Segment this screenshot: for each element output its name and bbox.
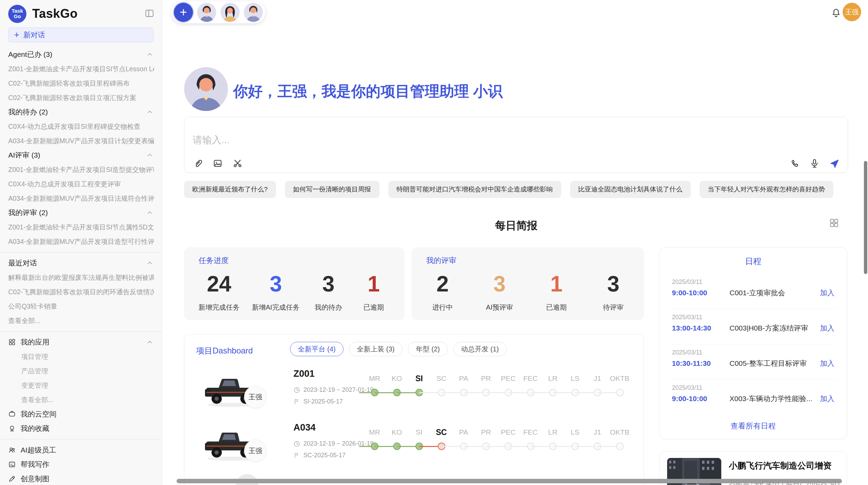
attach-toolbar — [193, 158, 243, 169]
horizontal-scrollbar[interactable] — [177, 479, 842, 483]
notifications-bell-icon[interactable] — [831, 8, 841, 18]
sidebar-item-writing[interactable]: 帮我写作 — [8, 457, 154, 472]
scissors-icon[interactable] — [232, 158, 243, 169]
sidebar-task-item[interactable]: Z001-全新燃油皮卡产品开发项目SI节点Lesson Learn报告 — [8, 62, 154, 76]
suggestion-chip[interactable]: 比亚迪全固态电池计划具体说了什么 — [570, 181, 691, 198]
image-icon[interactable] — [213, 158, 223, 169]
sidebar-task-item[interactable]: A034-全新新能源MUV产品开发项目计划变更表编写 — [8, 134, 154, 148]
schedule-join-link[interactable]: 加入 — [820, 394, 834, 403]
agent-avatar-1[interactable] — [197, 3, 216, 22]
stat: 3 新增AI完成任务 — [252, 272, 300, 312]
milestone-label: PR — [475, 426, 497, 439]
view-all-schedule-link[interactable]: 查看所有日程 — [660, 421, 847, 431]
layout-grid-icon[interactable] — [829, 218, 839, 228]
sidebar-section-header[interactable]: 我的待办 (2) — [8, 105, 154, 119]
sidebar-task-item[interactable]: Z001-全新燃油轻卡产品开发项目SI造型提交物评审 — [8, 162, 154, 177]
milestone-label: OKTB — [608, 426, 631, 439]
stat: 1 已逾期 — [357, 272, 390, 312]
divider — [0, 331, 162, 332]
sidebar-item-ai-staff[interactable]: AI超级员工 — [8, 443, 154, 457]
milestone-label: SC — [430, 426, 453, 439]
recent-chat-item[interactable]: 解释最新出台的欧盟报废车法规再生塑料比例被调到15%... — [8, 270, 154, 285]
paperclip-icon[interactable] — [193, 158, 203, 169]
project-code[interactable]: A034 — [293, 422, 316, 433]
sidebar-section-header[interactable]: AI评审 (3) — [8, 148, 154, 162]
dashboard-filter-tab[interactable]: 全新平台 (4) — [290, 342, 343, 356]
sidebar-section-header[interactable]: 我的评审 (2) — [8, 206, 154, 220]
schedule-join-link[interactable]: 加入 — [820, 323, 834, 333]
sidebar-section-header[interactable]: Agent已办 (3) — [8, 47, 154, 62]
microphone-icon[interactable] — [809, 158, 820, 169]
add-agent-button[interactable]: + — [174, 3, 193, 22]
suggestion-chip[interactable]: 当下年轻人对汽车外观有怎样的喜好趋势 — [700, 181, 833, 198]
favorites-icon — [8, 425, 16, 432]
stat-card-title: 我的评审 — [426, 256, 630, 266]
recent-chats-header[interactable]: 最近对话 — [8, 256, 154, 270]
sidebar-item-drawing[interactable]: 创意制图 — [8, 472, 154, 485]
schedule-date: 2025/03/11 — [672, 278, 702, 286]
project-flag-text: SI-2025-05-17 — [303, 398, 343, 405]
apps-grid-icon — [8, 338, 16, 346]
milestone: FEC — [519, 372, 542, 400]
recent-chats-title: 最近对话 — [8, 258, 37, 268]
project-row[interactable]: 王强 A034 2023-12-19 ~ 2026-01-19 SC-2025-… — [195, 420, 632, 474]
sidebar-item-favorites[interactable]: 我的收藏 — [8, 421, 154, 436]
vertical-scrollbar[interactable] — [864, 161, 867, 274]
project-code[interactable]: Z001 — [293, 369, 315, 379]
sidebar-task-item[interactable]: A034-全新新能源MUV产品开发项目造型可行性评审 — [8, 234, 154, 249]
collapse-sidebar-icon[interactable] — [144, 8, 155, 18]
recent-chat-item[interactable]: C02-飞腾新能源轻客改款项目的闭环通告反馈情况 — [8, 285, 154, 299]
project-flag-text: SC-2025-05-17 — [303, 452, 346, 459]
sidebar-item-cloud-space[interactable]: 我的云空间 — [8, 407, 154, 421]
send-icon[interactable] — [829, 158, 840, 169]
milestone-dot[interactable] — [616, 443, 624, 450]
stat-label: 进行中 — [426, 303, 459, 312]
milestone: LR — [542, 372, 564, 400]
milestone: FEC — [519, 426, 542, 454]
phone-icon[interactable] — [789, 158, 800, 169]
chat-input[interactable] — [192, 134, 672, 146]
app-item[interactable]: 产品管理 — [8, 364, 154, 378]
agent-avatar-2[interactable] — [220, 3, 240, 22]
sidebar-task-item[interactable]: C0X4-动力总成开发项目SI里程碑提交物检查 — [8, 119, 154, 134]
chevron-up-icon — [146, 51, 154, 58]
stat: 24 新增完成任务 — [198, 272, 240, 312]
app-item[interactable]: 变更管理 — [8, 378, 154, 393]
stat-card-title: 任务进度 — [198, 256, 390, 266]
suggestion-chip[interactable]: 如何写一份清晰的项目周报 — [285, 181, 379, 198]
milestone: PEC — [497, 426, 519, 454]
recent-view-all[interactable]: 查看全部... — [8, 313, 154, 328]
sidebar-item-my-apps[interactable]: 我的应用 — [8, 335, 154, 349]
sidebar-task-item[interactable]: C02-飞腾新能源轻客改款项目立项汇报方案 — [8, 90, 154, 105]
stat-value: 24 — [198, 272, 240, 296]
suggestion-chip[interactable]: 特朗普可能对进口汽车增税会对中国车企造成哪些影响 — [388, 181, 561, 198]
sidebar-task-item[interactable]: C02-飞腾新能源轻客改款项目里程碑画布 — [8, 76, 154, 90]
writing-icon — [8, 461, 16, 468]
milestone-label: SI — [408, 426, 430, 439]
sidebar-task-item[interactable]: Z001-全新燃油轻卡产品开发项目SI节点属性5D文件评审 — [8, 220, 154, 234]
ai-staff-icon — [8, 446, 16, 454]
milestone-track: MR KO SI SC PA PR — [363, 426, 631, 454]
milestone: J1 — [586, 426, 608, 454]
stat-value: 1 — [357, 272, 390, 296]
app-item[interactable]: 查看全部... — [8, 393, 154, 407]
dashboard-filter-tab[interactable]: 动总开发 (1) — [453, 342, 507, 356]
sidebar-task-item[interactable]: C0X4-动力总成开发项目工程变更评审 — [8, 177, 154, 191]
new-chat-button[interactable]: + 新对话 — [8, 27, 154, 42]
schedule-join-link[interactable]: 加入 — [820, 288, 834, 298]
dashboard-filter-tab[interactable]: 全新上装 (3) — [349, 342, 402, 356]
schedule-join-link[interactable]: 加入 — [820, 359, 834, 368]
dashboard-filter-tab[interactable]: 年型 (2) — [408, 342, 448, 356]
recent-chat-item[interactable]: 公司Q3轻卡销量 — [8, 299, 154, 313]
agent-avatar-3[interactable] — [244, 3, 263, 22]
sidebar-task-item[interactable]: A034-全新新能源MUV产品开发项目法规符合性评审 — [8, 191, 154, 206]
milestone-dot[interactable] — [616, 389, 624, 396]
sidebar-lists: Agent已办 (3) Z001-全新燃油皮卡产品开发项目SI节点Lesson … — [8, 47, 154, 485]
project-row[interactable]: 王强 Z001 2023-12-19 ~ 2027-01-19 SI-2025-… — [195, 366, 632, 420]
news-title: 小鹏飞行汽车制造公司增资 — [729, 460, 839, 471]
suggestion-chip[interactable]: 欧洲新规最近颁布了什么? — [184, 181, 276, 198]
stat-value: 3 — [483, 272, 516, 296]
user-avatar[interactable]: 王强 — [843, 3, 861, 21]
app-item[interactable]: 项目管理 — [8, 349, 154, 364]
clock-icon — [293, 387, 300, 394]
